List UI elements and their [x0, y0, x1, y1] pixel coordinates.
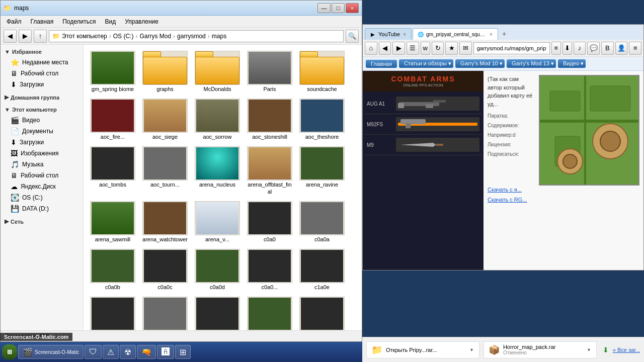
- file-item[interactable]: soundcache: [297, 49, 347, 95]
- file-item[interactable]: aoc_fire...: [88, 97, 138, 142]
- file-item[interactable]: c0a0: [245, 199, 295, 245]
- download-link-0[interactable]: Скачать с я...: [488, 186, 639, 194]
- maximize-button[interactable]: □: [332, 3, 345, 13]
- sidebar-item-video[interactable]: 🎬 Видео: [1, 115, 83, 126]
- file-item[interactable]: aoc_sorrow: [192, 97, 243, 142]
- file-item[interactable]: aoc_tourn...: [140, 144, 190, 197]
- sidebar-item-downloads[interactable]: ⬇ Загрузки: [1, 137, 83, 148]
- browser-download-button[interactable]: ⬇: [562, 42, 572, 55]
- file-item[interactable]: c0a0c: [140, 247, 190, 293]
- sidebar-item-documents[interactable]: 📄 Документы: [1, 126, 83, 137]
- tab-youtube[interactable]: ▶ YouTube ×: [365, 28, 412, 40]
- file-item[interactable]: aoc_theshore: [297, 97, 347, 142]
- minimize-button[interactable]: —: [317, 3, 331, 13]
- file-item[interactable]: c0a0a: [297, 199, 347, 245]
- up-button[interactable]: ↑: [34, 30, 47, 43]
- file-item[interactable]: arena_ravine: [297, 144, 347, 197]
- file-item[interactable]: c1a1b: [192, 295, 243, 330]
- file-item[interactable]: graphs: [140, 49, 190, 95]
- sidebar-item-desktop-fav[interactable]: 🖥 Рабочий стол: [1, 68, 83, 79]
- start-button[interactable]: ⊞: [2, 344, 17, 359]
- file-item[interactable]: c1a1a: [140, 295, 190, 330]
- file-item[interactable]: c0a0...: [245, 247, 295, 293]
- mini-thumb: [92, 147, 134, 179]
- taskbar-screencast[interactable]: 🎬 Screencast-O-Matic: [18, 345, 84, 359]
- file-item[interactable]: arena_watchtower: [140, 199, 190, 245]
- sidebar-item-yandex[interactable]: ☁ Яндекс.Диск: [1, 181, 83, 192]
- browser-user-button[interactable]: 👤: [615, 42, 628, 55]
- sidebar-item-music[interactable]: 🎵 Музыка: [1, 159, 83, 170]
- taskbar-item-5[interactable]: 🅰: [157, 345, 174, 359]
- browser-mail-button[interactable]: ✉: [459, 42, 472, 55]
- file-item[interactable]: Paris: [245, 49, 295, 95]
- sidebar-computer-header[interactable]: ▼ Этот компьютер: [1, 105, 83, 115]
- bookmark-gmod10[interactable]: Garry's Mod 10 ▾: [455, 59, 505, 68]
- file-item[interactable]: aoc_siege: [140, 97, 190, 142]
- taskbar-item-6[interactable]: ⊞: [175, 345, 191, 359]
- browser-address-bar[interactable]: [473, 42, 550, 54]
- forward-button[interactable]: ▶: [19, 30, 32, 43]
- address-bar[interactable]: 📁 Этот компьютер › OS (C:) › Garrys Mod …: [49, 30, 344, 42]
- sidebar-item-osc[interactable]: 💽 OS (C:): [1, 192, 83, 203]
- bookmark-video[interactable]: Видео ▾: [558, 59, 586, 68]
- close-button[interactable]: ×: [346, 3, 359, 13]
- menu-home[interactable]: Главная: [27, 17, 58, 26]
- bookmark-articles[interactable]: Статьи и обзоры ▾: [399, 59, 453, 68]
- taskbar-item-3[interactable]: ☢: [120, 345, 136, 359]
- new-tab-button[interactable]: +: [499, 28, 509, 40]
- sidebar-homegroup-header[interactable]: ▶ Домашняя группа: [1, 92, 83, 103]
- browser-music-button[interactable]: ♪: [574, 42, 586, 55]
- file-item[interactable]: arena_offblast_final: [245, 144, 295, 197]
- browser-chat-button[interactable]: 💬: [587, 42, 600, 55]
- taskbar-item-1[interactable]: 🛡: [85, 345, 102, 359]
- download-all-button[interactable]: » Все заг...: [613, 347, 640, 353]
- menu-manage[interactable]: Управление: [121, 17, 163, 26]
- file-item[interactable]: arena_v...: [192, 199, 243, 245]
- file-item[interactable]: c1a1: [88, 295, 138, 330]
- tab-gmpripyat[interactable]: 🌐 gm_pripyat_central_square ×: [413, 28, 498, 40]
- file-item[interactable]: aoc_stoneshill: [245, 97, 295, 142]
- tab-youtube-close[interactable]: ×: [402, 32, 407, 37]
- file-item[interactable]: arena_nucleus: [192, 144, 243, 197]
- sidebar-favorites-header[interactable]: ▼ Избранное: [1, 47, 83, 57]
- browser-extra-button[interactable]: ≡: [629, 42, 641, 55]
- browser-bookmark-button[interactable]: ★: [445, 42, 458, 55]
- file-item[interactable]: c0a0b: [88, 247, 138, 293]
- sidebar-item-recent[interactable]: ⭐ Недавние места: [1, 57, 83, 68]
- back-button[interactable]: ◀: [4, 30, 17, 43]
- file-item[interactable]: c1a1d: [297, 295, 347, 330]
- file-item[interactable]: gm_spring biome: [88, 49, 138, 95]
- sidebar-item-desktop[interactable]: 🖥 Рабочий стол: [1, 170, 83, 181]
- file-area[interactable]: gm_spring biome graphs McDonaldsParis so…: [84, 45, 362, 330]
- download-dropdown-0[interactable]: ▾: [468, 347, 475, 352]
- browser-refresh-button[interactable]: ↻: [432, 42, 444, 55]
- browser-back-button[interactable]: ◀: [379, 42, 391, 55]
- browser-bold-button[interactable]: B: [601, 42, 614, 55]
- file-item[interactable]: c1a0e: [297, 247, 347, 293]
- browser-share-button[interactable]: ☰: [407, 42, 419, 55]
- sidebar-item-data[interactable]: 💾 DATA (D:): [1, 203, 83, 214]
- tab-gmpripyat-close[interactable]: ×: [489, 32, 494, 37]
- sidebar-network-header[interactable]: ▶ Сеть: [1, 216, 83, 227]
- bookmark-gmod13[interactable]: Garry's Mod 13 ▾: [507, 59, 556, 68]
- file-item[interactable]: arena_sawmill: [88, 199, 138, 245]
- file-item[interactable]: aoc_tombs: [88, 144, 138, 197]
- browser-forward-button[interactable]: ▶: [392, 42, 405, 55]
- menu-file[interactable]: Файл: [3, 17, 26, 26]
- download-dropdown-1[interactable]: ▾: [586, 347, 592, 352]
- browser-menu-button[interactable]: ≡: [551, 42, 561, 55]
- search-button[interactable]: 🔍: [346, 30, 359, 43]
- browser-w-button[interactable]: w: [421, 42, 430, 55]
- menu-view[interactable]: Вид: [101, 17, 120, 26]
- taskbar-item-4[interactable]: 🔫: [137, 345, 156, 359]
- file-item[interactable]: c0a0d: [192, 247, 243, 293]
- download-link-1[interactable]: Скачать с RG...: [488, 196, 639, 204]
- taskbar-item-2[interactable]: ⚠: [103, 345, 119, 359]
- sidebar-item-downloads-fav[interactable]: ⬇ Загрузки: [1, 79, 83, 90]
- bookmark-home[interactable]: Главная: [366, 60, 397, 68]
- browser-home-button[interactable]: ⌂: [365, 42, 377, 55]
- file-item[interactable]: McDonalds: [192, 49, 243, 95]
- sidebar-item-images[interactable]: 🖼 Изображения: [1, 148, 83, 159]
- menu-share[interactable]: Поделиться: [58, 17, 100, 26]
- file-item[interactable]: c1a1c: [245, 295, 295, 330]
